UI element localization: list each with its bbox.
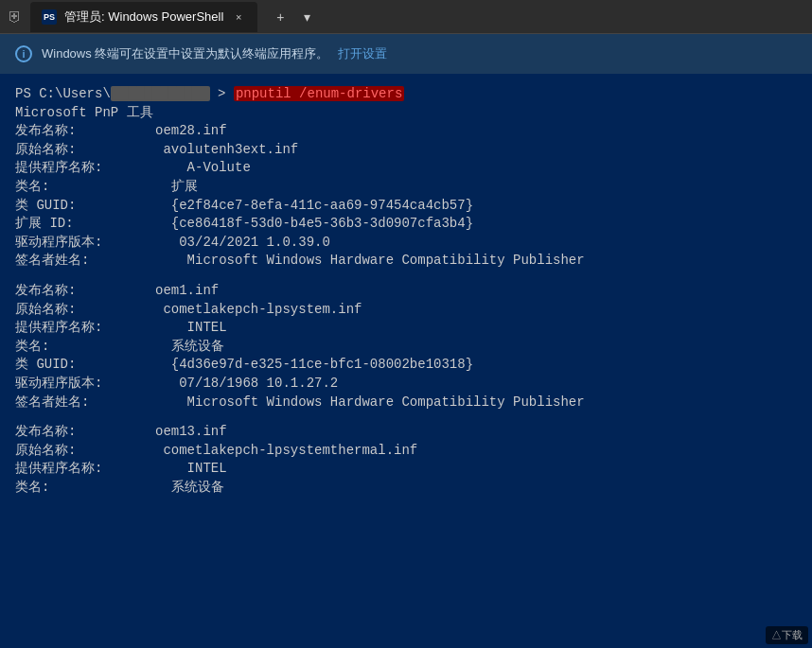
table-row: 签名者姓名: Microsoft Windows Hardware Compat… (15, 252, 797, 271)
table-row: 驱动程序版本: 03/24/2021 1.0.39.0 (15, 234, 797, 253)
table-row: 发布名称: oem13.inf (15, 423, 797, 442)
title-bar: ⛨ PS 管理员: Windows PowerShell × + ▾ (0, 0, 812, 34)
prompt-line: PS C:\Users\████████████ > pnputil /enum… (15, 85, 797, 104)
driver-section-2: 发布名称: oem1.inf 原始名称: cometlakepch-lpsyst… (15, 282, 797, 412)
open-settings-link[interactable]: 打开设置 (338, 45, 387, 62)
driver-section-1: 发布名称: oem28.inf 原始名称: avolutenh3ext.inf … (15, 122, 797, 271)
table-row: 类 GUID: {4d36e97d-e325-11ce-bfc1-08002be… (15, 356, 797, 375)
tab-label: 管理员: Windows PowerShell (64, 9, 223, 26)
table-row: 类名: 系统设备 (15, 338, 797, 357)
table-row: 签名者姓名: Microsoft Windows Hardware Compat… (15, 394, 797, 412)
driver-section-3: 发布名称: oem13.inf 原始名称: cometlakepch-lpsys… (15, 423, 797, 497)
table-row: 原始名称: cometlakepch-lpsystem.inf (15, 301, 797, 320)
table-row: 驱动程序版本: 07/18/1968 10.1.27.2 (15, 375, 797, 394)
bottom-badge: △下载 (766, 626, 808, 644)
info-message: Windows 终端可在设置中设置为默认终端应用程序。 (42, 45, 328, 62)
table-row: 类 GUID: {e2f84ce7-8efa-411c-aa69-97454ca… (15, 197, 797, 216)
table-row: 发布名称: oem1.inf (15, 282, 797, 301)
powershell-icon: PS (42, 9, 57, 25)
tab-dropdown-button[interactable]: ▾ (295, 6, 318, 28)
table-row: 提供程序名称: A-Volute (15, 159, 797, 178)
prompt-text: PS C:\Users\████████████ > (15, 86, 234, 101)
table-row: 扩展 ID: {ce86418f-53d0-b4e5-36b3-3d0907cf… (15, 215, 797, 234)
info-bar: i Windows 终端可在设置中设置为默认终端应用程序。 打开设置 (0, 34, 812, 74)
table-row: 提供程序名称: INTEL (15, 460, 797, 479)
window-shield-icon: ⛨ (8, 9, 23, 26)
new-tab-button[interactable]: + (269, 6, 291, 28)
table-row: 类名: 系统设备 (15, 479, 797, 498)
table-row: 原始名称: cometlakepch-lpsystemthermal.inf (15, 442, 797, 461)
table-row: 原始名称: avolutenh3ext.inf (15, 141, 797, 160)
table-row: 提供程序名称: INTEL (15, 319, 797, 338)
pnp-title: Microsoft PnP 工具 (15, 104, 797, 123)
info-icon: i (15, 45, 32, 62)
terminal-area[interactable]: PS C:\Users\████████████ > pnputil /enum… (0, 74, 812, 648)
table-row: 发布名称: oem28.inf (15, 122, 797, 141)
tab-actions: + ▾ (269, 6, 318, 28)
table-row: 类名: 扩展 (15, 178, 797, 197)
powershell-tab[interactable]: PS 管理员: Windows PowerShell × (30, 2, 257, 32)
command-text: pnputil /enum-drivers (234, 86, 404, 101)
tab-close-button[interactable]: × (231, 9, 246, 25)
